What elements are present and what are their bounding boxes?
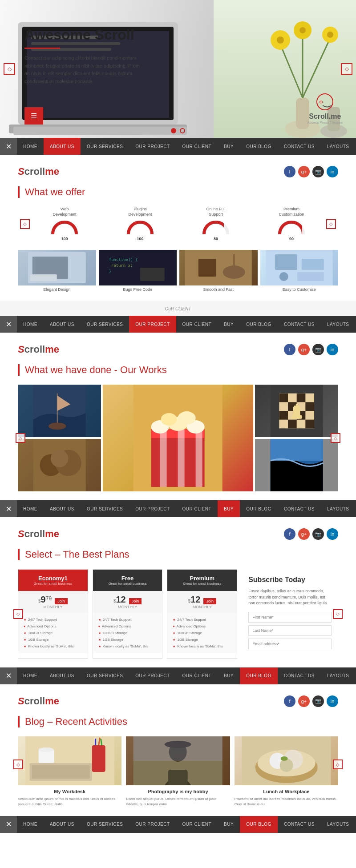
nav3-client[interactable]: OUR CLIENT — [176, 500, 218, 517]
nav3-layouts[interactable]: LAYOUTS — [321, 500, 355, 517]
nav1-buy[interactable]: BUY — [218, 138, 240, 155]
googleplus-icon[interactable]: g+ — [298, 166, 310, 177]
plan-free-join[interactable]: Join — [129, 598, 142, 604]
nav4-services[interactable]: OUR SERVICES — [81, 667, 129, 684]
nav2-home[interactable]: HOME — [17, 316, 44, 333]
offer-next-arrow[interactable]: ◇ — [326, 219, 336, 229]
googleplus-icon-3[interactable]: g+ — [298, 528, 310, 540]
blog-prev-arrow[interactable]: ◇ — [13, 760, 23, 769]
nav1-project[interactable]: OUR PROJECT — [129, 138, 176, 155]
googleplus-icon-4[interactable]: g+ — [298, 695, 310, 707]
plans-prev-arrow[interactable]: ◇ — [13, 609, 23, 619]
nav1-client[interactable]: OUR CLIENT — [176, 138, 218, 155]
nav1-layouts[interactable]: LAYOUTS — [321, 138, 355, 155]
nav3-services[interactable]: OUR SERVICES — [81, 500, 129, 517]
googleplus-icon-2[interactable]: g+ — [298, 344, 310, 355]
nav2-buy[interactable]: BUY — [218, 316, 240, 333]
navbar-close-1[interactable]: ✕ — [0, 138, 17, 155]
nav3-buy[interactable]: BUY — [218, 500, 240, 517]
svg-line-11 — [280, 44, 303, 98]
blog-post-3: Lunch at Workplace Praesent sit amet dui… — [235, 736, 338, 807]
nav2-contact[interactable]: CONTACT US — [278, 316, 321, 333]
blog-title-highlight: Recent Activities — [56, 716, 127, 727]
nav4-project[interactable]: OUR PROJECT — [129, 667, 176, 684]
linkedin-icon-4[interactable]: in — [327, 695, 338, 707]
works-next-arrow[interactable]: ◇ — [331, 433, 340, 443]
portfolio-label-3: Smooth and Fast — [179, 287, 258, 292]
svg-rect-40 — [297, 272, 324, 281]
nav2-blog[interactable]: OUR BLOG — [240, 316, 278, 333]
subscribe-email[interactable] — [248, 639, 332, 649]
gauge-4 — [278, 221, 305, 235]
nav4-about[interactable]: ABOUT US — [44, 667, 81, 684]
nav4-client[interactable]: OUR CLIENT — [176, 667, 218, 684]
facebook-icon-4[interactable]: f — [284, 695, 295, 707]
nav5-home[interactable]: HOME — [17, 816, 44, 833]
linkedin-icon[interactable]: in — [327, 166, 338, 177]
navbar-4: ✕ HOME ABOUT US OUR SERVICES OUR PROJECT… — [0, 667, 356, 684]
instagram-icon-4[interactable]: 📷 — [312, 695, 324, 707]
nav5-buy[interactable]: BUY — [218, 816, 240, 833]
svg-point-83 — [39, 747, 54, 752]
facebook-icon-3[interactable]: f — [284, 528, 295, 540]
navbar-close-4[interactable]: ✕ — [0, 667, 17, 684]
nav5-client[interactable]: OUR CLIENT — [176, 816, 218, 833]
linkedin-icon-3[interactable]: in — [327, 528, 338, 540]
plan-premium-join[interactable]: Join — [203, 598, 216, 604]
nav3-blog[interactable]: OUR BLOG — [240, 500, 278, 517]
nav5-project[interactable]: OUR PROJECT — [129, 816, 176, 833]
instagram-icon-3[interactable]: 📷 — [312, 528, 324, 540]
social-icons-1: f g+ 📷 in — [284, 166, 338, 177]
nav2-about[interactable]: ABOUT US — [44, 316, 81, 333]
nav2-client[interactable]: OUR CLIENT — [176, 316, 218, 333]
svg-rect-78 — [92, 745, 105, 772]
nav5-about[interactable]: ABOUT US — [44, 816, 81, 833]
plans-next-arrow[interactable]: ◇ — [333, 609, 343, 619]
instagram-icon[interactable]: 📷 — [312, 166, 324, 177]
linkedin-icon-2[interactable]: in — [327, 344, 338, 355]
hero-menu-button[interactable]: ☰ — [24, 107, 43, 125]
subscribe-lastname[interactable] — [248, 625, 332, 636]
nav3-home[interactable]: HOME — [17, 500, 44, 517]
svg-rect-68 — [294, 406, 299, 408]
hero-next-arrow[interactable]: ◇ — [341, 63, 352, 75]
nav3-contact[interactable]: CONTACT US — [278, 500, 321, 517]
facebook-icon-2[interactable]: f — [284, 344, 295, 355]
nav5-blog[interactable]: OUR BLOG — [240, 816, 278, 833]
navbar-close-3[interactable]: ✕ — [0, 500, 17, 517]
logo-2: S croll me — [18, 344, 59, 355]
plan-economy-join[interactable]: Join — [55, 598, 68, 604]
nav4-layouts[interactable]: LAYOUTS — [321, 667, 355, 684]
navbar-close-5[interactable]: ✕ — [0, 816, 17, 833]
nav4-home[interactable]: HOME — [17, 667, 44, 684]
nav1-home[interactable]: HOME — [17, 138, 44, 155]
nav5-contact[interactable]: CONTACT US — [278, 816, 321, 833]
nav4-contact[interactable]: CONTACT US — [278, 667, 321, 684]
plan-economy-header: Economy1 Great for small business — [18, 570, 88, 591]
nav1-contact[interactable]: CONTACT US — [278, 138, 321, 155]
nav4-blog[interactable]: OUR BLOG — [240, 667, 278, 684]
nav1-services[interactable]: OUR SERVICES — [81, 138, 129, 155]
hero-dot-2[interactable] — [180, 128, 185, 133]
offer-item-1: WebDevelopment 100 — [31, 207, 98, 241]
nav5-services[interactable]: OUR SERVICES — [81, 816, 129, 833]
navbar-close-2[interactable]: ✕ — [0, 316, 17, 333]
hero-prev-arrow[interactable]: ◇ — [4, 63, 15, 75]
nav2-project[interactable]: OUR PROJECT — [129, 316, 176, 333]
offer-prev-arrow[interactable]: ◇ — [20, 219, 30, 229]
instagram-icon-2[interactable]: 📷 — [312, 344, 324, 355]
hero-dot-1[interactable] — [171, 128, 176, 133]
nav2-layouts[interactable]: LAYOUTS — [321, 316, 355, 333]
nav3-about[interactable]: ABOUT US — [44, 500, 81, 517]
facebook-icon[interactable]: f — [284, 166, 295, 177]
nav3-project[interactable]: OUR PROJECT — [129, 500, 176, 517]
plan-economy-period: MONTHLY — [22, 605, 84, 609]
works-prev-arrow[interactable]: ◇ — [16, 433, 25, 443]
nav4-buy[interactable]: BUY — [218, 667, 240, 684]
nav5-layouts[interactable]: LAYOUTS — [321, 816, 355, 833]
nav1-blog[interactable]: OUR BLOG — [240, 138, 278, 155]
blog-next-arrow[interactable]: ◇ — [333, 760, 343, 769]
subscribe-firstname[interactable] — [248, 612, 332, 623]
nav1-about[interactable]: ABOUT US — [44, 138, 81, 155]
nav2-services[interactable]: OUR SERVICES — [81, 316, 129, 333]
